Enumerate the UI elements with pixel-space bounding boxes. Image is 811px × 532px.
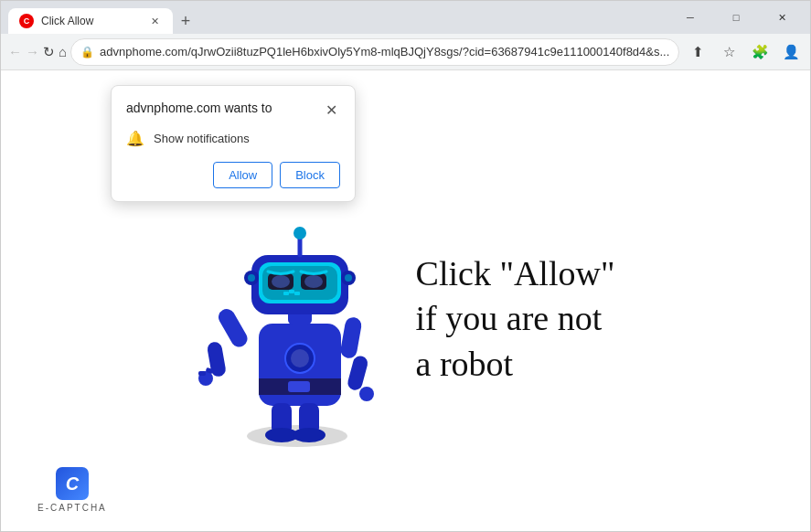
svg-point-34 (345, 274, 352, 282)
svg-rect-11 (288, 381, 310, 392)
active-tab[interactable]: C Click Allow ✕ (8, 8, 173, 34)
popup-header: advnphome.com wants to ✕ (126, 101, 340, 119)
click-allow-text: Click "Allow" if you are not a robot (416, 251, 615, 387)
content-area: advnphome.com wants to ✕ 🔔 Show notifica… (1, 70, 810, 531)
browser-window: C Click Allow ✕ + ─ □ ✕ ← → (0, 0, 811, 532)
lock-icon: 🔒 (80, 46, 94, 59)
forward-button[interactable]: → (26, 37, 39, 67)
refresh-icon: ↻ (43, 44, 55, 60)
captcha-logo-text: E-CAPTCHA (37, 503, 107, 513)
svg-point-8 (359, 387, 374, 401)
share-button[interactable]: ⬆ (683, 37, 712, 67)
svg-rect-4 (198, 371, 206, 376)
allow-button[interactable]: Allow (213, 162, 272, 188)
popup-buttons: Allow Block (126, 162, 340, 188)
robot-image (197, 182, 398, 456)
home-icon: ⌂ (59, 44, 67, 59)
nav-actions: ⬆ ☆ 🧩 👤 ⋮ (683, 37, 811, 67)
close-button[interactable]: ✕ (761, 1, 803, 34)
refresh-button[interactable]: ↻ (43, 37, 55, 67)
back-button[interactable]: ← (8, 37, 22, 67)
window-controls: ─ □ ✕ (669, 1, 803, 34)
svg-point-25 (304, 275, 323, 288)
svg-point-17 (293, 428, 325, 442)
profile-button[interactable]: 👤 (776, 37, 806, 67)
svg-rect-28 (294, 292, 300, 295)
popup-close-button[interactable]: ✕ (322, 101, 340, 119)
share-icon: ⬆ (692, 44, 704, 60)
title-bar: C Click Allow ✕ + ─ □ ✕ (1, 1, 810, 34)
svg-rect-26 (283, 292, 289, 295)
new-tab-button[interactable]: + (173, 8, 198, 34)
svg-point-30 (293, 227, 306, 239)
tab-favicon: C (19, 14, 34, 28)
profile-icon: 👤 (783, 44, 800, 60)
svg-point-23 (272, 275, 290, 288)
svg-rect-7 (346, 355, 368, 392)
captcha-logo-icon: C (66, 473, 79, 495)
minimize-button[interactable]: ─ (669, 1, 711, 34)
maximize-button[interactable]: □ (715, 1, 757, 34)
tab-bar: C Click Allow ✕ + (8, 1, 662, 34)
svg-rect-1 (215, 306, 250, 350)
robot-section: Click "Allow" if you are not a robot (197, 182, 615, 456)
permission-text: Show notifications (154, 132, 250, 145)
click-text-line3: a robot (416, 342, 615, 387)
url-text: advnphome.com/qJrwOzii8tuzPQ1leH6bxivOly… (100, 45, 669, 59)
notification-popup: advnphome.com wants to ✕ 🔔 Show notifica… (111, 85, 356, 202)
svg-point-32 (248, 274, 255, 282)
bell-icon: 🔔 (126, 130, 144, 147)
tab-close-button[interactable]: ✕ (147, 14, 162, 28)
captcha-logo: C E-CAPTCHA (37, 467, 107, 513)
bookmark-button[interactable]: ☆ (714, 37, 743, 67)
popup-permission: 🔔 Show notifications (126, 130, 340, 147)
click-text-line2: if you are not (416, 296, 615, 341)
extensions-icon: 🧩 (752, 44, 769, 60)
forward-icon: → (26, 44, 39, 59)
menu-button[interactable]: ⋮ (807, 37, 811, 67)
svg-rect-6 (339, 316, 363, 359)
click-text-line1: Click "Allow" (416, 251, 615, 296)
block-button[interactable]: Block (280, 162, 340, 188)
svg-point-13 (291, 349, 309, 367)
back-icon: ← (8, 44, 22, 59)
nav-bar: ← → ↻ ⌂ 🔒 advnphome.com/qJrwOzii8tuzPQ1l… (1, 34, 810, 70)
extensions-button[interactable]: 🧩 (745, 37, 774, 67)
svg-rect-27 (289, 290, 294, 293)
tab-title: Click Allow (41, 15, 93, 27)
home-button[interactable]: ⌂ (59, 37, 67, 67)
popup-title: advnphome.com wants to (126, 101, 272, 115)
address-bar[interactable]: 🔒 advnphome.com/qJrwOzii8tuzPQ1leH6bxivO… (70, 38, 679, 66)
bookmark-icon: ☆ (723, 44, 735, 60)
